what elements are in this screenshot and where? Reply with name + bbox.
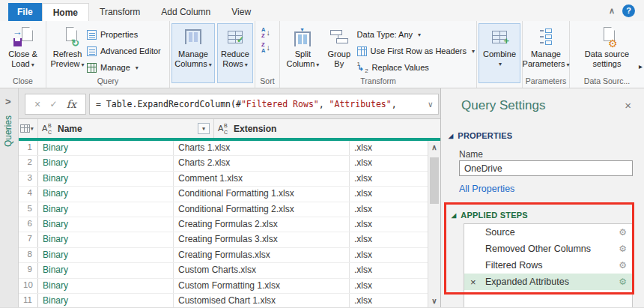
table-row[interactable]: 3BinaryComment 1.xlsx.xlsx xyxy=(19,172,428,187)
cell-extension[interactable]: .xlsx xyxy=(350,248,428,262)
tab-file[interactable]: File xyxy=(8,3,42,21)
table-row[interactable]: 2BinaryCharts 2.xlsx.xlsx xyxy=(19,156,428,171)
row-number[interactable]: 7 xyxy=(19,232,38,247)
cell-content[interactable]: Binary xyxy=(38,248,174,262)
row-number[interactable]: 6 xyxy=(19,217,38,232)
sort-descending-button[interactable]: ZA ↓ xyxy=(261,40,270,55)
cell-extension[interactable]: .xlsx xyxy=(350,217,428,232)
help-button[interactable]: ? xyxy=(622,4,635,17)
tab-transform[interactable]: Transform xyxy=(89,3,151,21)
cell-name[interactable]: Comment 1.xlsx xyxy=(174,172,350,186)
cell-name[interactable]: Creating Formulas 3.xlsx xyxy=(174,232,350,247)
row-number[interactable]: 5 xyxy=(19,202,38,217)
table-row[interactable]: 4BinaryConditional Formatting 1.xlsx.xls… xyxy=(19,187,428,202)
query-name-input[interactable] xyxy=(459,160,633,176)
queries-pane-label[interactable]: Queries xyxy=(3,115,13,147)
cell-name[interactable]: Creating Formulas 2.xlsx xyxy=(174,217,350,232)
cell-name[interactable]: Conditional Formatting 2.xlsx xyxy=(174,202,350,217)
applied-step[interactable]: ×Expanded Attributes⚙ xyxy=(464,274,632,290)
table-select-all-button[interactable]: ▾ xyxy=(19,119,38,138)
use-first-row-as-headers-button[interactable]: Use First Row as Headers▾ xyxy=(357,43,475,59)
row-number[interactable]: 10 xyxy=(19,279,38,293)
cell-content[interactable]: Binary xyxy=(38,187,174,201)
cell-content[interactable]: Binary xyxy=(38,263,174,277)
data-type-button[interactable]: Data Type: Any▾ xyxy=(357,26,475,43)
delete-step-icon[interactable]: × xyxy=(470,277,476,287)
ribbon-more-icon[interactable]: ▸ xyxy=(639,62,643,70)
properties-button[interactable]: Properties xyxy=(87,26,161,43)
table-row[interactable]: 8BinaryCreating Formulas.xlsx.xlsx xyxy=(19,248,428,263)
cell-content[interactable]: Binary xyxy=(38,141,174,155)
cell-name[interactable]: Custom Formatting 1.xlsx xyxy=(174,279,350,293)
step-settings-gear-icon[interactable]: ⚙ xyxy=(619,261,627,270)
scroll-up-icon[interactable]: ∧ xyxy=(428,143,440,151)
collapse-ribbon-icon[interactable]: ∧ xyxy=(609,6,615,16)
replace-values-button[interactable]: 1↳2Replace Values xyxy=(357,59,475,76)
column-header-extension[interactable]: ABC Extension xyxy=(214,119,305,138)
tab-add-column[interactable]: Add Column xyxy=(151,3,221,21)
manage-columns-button[interactable]: Manage Columns▾ xyxy=(172,24,214,68)
cell-name[interactable]: Custom Charts.xlsx xyxy=(174,263,350,277)
table-row[interactable]: 10BinaryCustom Formatting 1.xlsx.xlsx xyxy=(19,279,428,294)
cell-content[interactable]: Binary xyxy=(38,232,174,247)
cell-name[interactable]: Conditional Formatting 1.xlsx xyxy=(174,187,350,201)
cell-content[interactable]: Binary xyxy=(38,294,174,307)
cell-extension[interactable]: .xlsx xyxy=(350,202,428,217)
cell-extension[interactable]: .xlsx xyxy=(350,232,428,247)
split-column-button[interactable]: ▾ Split Column▾ xyxy=(282,24,324,68)
table-row[interactable]: 5BinaryConditional Formatting 2.xlsx.xls… xyxy=(19,202,428,217)
table-row[interactable]: 6BinaryCreating Formulas 2.xlsx.xlsx xyxy=(19,217,428,232)
combine-button[interactable]: + Combine ▾ xyxy=(483,24,516,67)
applied-step[interactable]: Removed Other Columns⚙ xyxy=(464,241,632,257)
step-settings-gear-icon[interactable]: ⚙ xyxy=(619,228,627,237)
row-number[interactable]: 1 xyxy=(19,141,38,155)
cell-extension[interactable]: .xlsx xyxy=(350,263,428,277)
cell-extension[interactable]: .xlsx xyxy=(350,156,428,170)
sort-ascending-button[interactable]: AZ ↓ xyxy=(261,25,270,40)
group-by-button[interactable]: Group By xyxy=(324,24,354,68)
cell-extension[interactable]: .xlsx xyxy=(350,172,428,186)
applied-step[interactable]: Source⚙ xyxy=(464,224,632,241)
cell-name[interactable]: Customised Chart 1.xlsx xyxy=(174,294,350,307)
cell-name[interactable]: Creating Formulas.xlsx xyxy=(174,248,350,262)
close-and-load-button[interactable]: → Close & Load▾ xyxy=(1,24,44,68)
all-properties-link[interactable]: All Properties xyxy=(459,184,514,194)
formula-accept-icon[interactable]: ✓ xyxy=(50,99,58,109)
table-row[interactable]: 11BinaryCustomised Chart 1.xlsx.xlsx xyxy=(19,294,428,307)
cell-extension[interactable]: .xlsx xyxy=(350,187,428,201)
vertical-scrollbar[interactable]: ∧ ∨ xyxy=(428,141,440,307)
table-row[interactable]: 9BinaryCustom Charts.xlsx.xlsx xyxy=(19,263,428,278)
cell-content[interactable]: Binary xyxy=(38,217,174,232)
close-panel-icon[interactable]: × xyxy=(625,99,631,112)
data-source-settings-button[interactable]: ⚙ Data source settings xyxy=(577,24,637,68)
row-number[interactable]: 4 xyxy=(19,187,38,201)
formula-cancel-icon[interactable]: × xyxy=(34,98,40,110)
scrollbar-thumb[interactable] xyxy=(430,157,439,204)
table-row[interactable]: 1BinaryCharts 1.xlsx.xlsx xyxy=(19,141,428,156)
cell-extension[interactable]: .xlsx xyxy=(350,279,428,293)
cell-content[interactable]: Binary xyxy=(38,156,174,170)
row-number[interactable]: 11 xyxy=(19,294,38,307)
manage-button[interactable]: Manage▾ xyxy=(87,59,161,76)
reduce-rows-button[interactable]: ✓ Reduce Rows▾ xyxy=(218,24,252,68)
tab-view[interactable]: View xyxy=(221,3,261,21)
manage-parameters-button[interactable]: Manage Parameters▾ xyxy=(523,24,568,68)
formula-input[interactable]: = Table.ExpandRecordColumn(#"Filtered Ro… xyxy=(89,94,439,115)
step-settings-gear-icon[interactable]: ⚙ xyxy=(619,244,627,253)
scroll-down-icon[interactable]: ∨ xyxy=(428,297,440,305)
cell-name[interactable]: Charts 1.xlsx xyxy=(174,141,350,155)
row-number[interactable]: 8 xyxy=(19,248,38,262)
filter-dropdown-button[interactable]: ▾ xyxy=(198,123,210,134)
cell-name[interactable]: Charts 2.xlsx xyxy=(174,156,350,170)
applied-step[interactable]: Filtered Rows⚙ xyxy=(464,257,632,274)
cell-content[interactable]: Binary xyxy=(38,172,174,186)
applied-steps-section-header[interactable]: ◢ APPLIED STEPS xyxy=(452,211,528,220)
row-number[interactable]: 9 xyxy=(19,263,38,277)
row-number[interactable]: 3 xyxy=(19,172,38,186)
refresh-preview-button[interactable]: ↻ Refresh Preview▾ xyxy=(48,24,87,68)
column-header-name[interactable]: ABC Name ▾ xyxy=(38,119,214,138)
formula-expand-icon[interactable]: ∨ xyxy=(428,100,433,109)
cell-extension[interactable]: .xlsx xyxy=(350,294,428,307)
cell-extension[interactable]: .xlsx xyxy=(350,141,428,155)
expand-queries-icon[interactable]: > xyxy=(5,96,11,107)
